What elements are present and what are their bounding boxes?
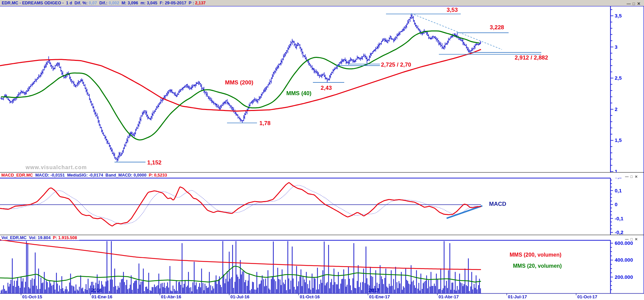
title-text-segment: EDR.MC - EDREAMS ODIGEO - 1 d Dif. %: [2,1,89,5]
price-level-label: 2,43 [321,85,332,91]
axis-tick-label: -0,2 [615,229,623,235]
ma-legend-label: MMS (200) [225,79,253,86]
price-level-label: 2,912 / 2,882 [515,54,548,61]
axis-tick-label: 2,5 [615,75,622,81]
title-text-segment: 0,07 [89,1,97,5]
axis-tick-label: 200.000 [615,274,633,280]
close-icon[interactable]: ✕ [636,1,641,6]
macd-header-segment: P: 0,5233 [148,173,167,178]
price-level-label: 3,228 [490,24,504,31]
macd-axis[interactable]: 0,20,10-0,1-0,2 [611,178,644,235]
macd-panel-controls: —□✕ [624,173,639,179]
maximize-icon[interactable]: □ [629,237,634,241]
axis-tick-label: 3 [615,44,617,50]
axis-tick-label: 1,5 [615,137,622,143]
time-axis-label: 01-Oct-15 [22,294,42,299]
time-axis-label: 01-Oct-17 [577,294,597,299]
time-axis-label: 01-Abr-16 [161,294,181,299]
volume-header-segment: Vol_EDR.MC Vol: 19.804 [1,235,52,240]
maximize-icon[interactable]: □ [631,1,636,6]
visualchart-watermark: www.visualchart.com [26,164,87,171]
time-axis-label: 01-Ene-16 [92,294,112,299]
title-text-segment: M: 3,096 m: 3,045 F: 29-05-2017 [119,1,189,5]
close-icon[interactable]: ✕ [634,175,639,179]
title-text-segment: 0,002 [108,1,119,5]
axis-tick-label: 400.000 [615,257,633,263]
axis-tick-label: 0,2 [615,178,622,179]
price-level-label: 3,53 [447,7,458,13]
axis-tick-label: -0,1 [615,216,623,221]
macd-header-segment: MACD: -0,0151 MediaSIG: -0,0174 Band_MAC… [34,173,148,178]
macd-panel-header: MACD_EDR.MC MACD: -0,0151 MediaSIG: -0,0… [1,173,169,178]
time-axis-label: 01-Oct-16 [300,294,320,299]
chart-window-title: EDR.MC - EDREAMS ODIGEO - 1 d Dif. %: 0,… [2,1,206,5]
axis-tick-label: 3,5 [615,13,622,18]
minimize-icon[interactable]: — [624,175,629,179]
price-axis[interactable]: 3,532,521,51 [611,6,644,173]
window-titlebar: EDR.MC - EDREAMS ODIGEO - 1 d Dif. %: 0,… [0,0,644,6]
price-level-label: 1,78 [259,120,270,127]
ma-legend-label: MMS (40) [286,90,312,97]
time-axis-label: 01-Abr-17 [439,294,459,299]
volume-panel-header: Vol_EDR.MC Vol: 19.804 P: 1.915.508 [1,235,79,240]
volume-axis[interactable]: 600.000400.000200.000 [611,240,644,293]
macd-indicator-label: MACD [489,201,506,208]
ma-legend-label: MMS (200, volumen) [510,252,561,258]
minimize-icon[interactable]: — [624,237,629,241]
maximize-icon[interactable]: □ [629,175,634,179]
time-axis-label: 01-Jul-16 [230,294,249,299]
axis-tick-label: 1 [615,168,617,173]
axis-tick-label: 0 [615,201,617,207]
title-text-segment: P : [189,1,195,5]
axis-tick-label: 2 [615,106,617,112]
ma-legend-label: MMS (20, volumen) [513,263,562,269]
title-text-segment: 2,137 [195,1,205,5]
visual-chart-window: EDR.MC - EDREAMS ODIGEO - 1 d Dif. %: 0,… [0,0,644,300]
macd-header-segment: MACD_EDR.MC [1,173,34,178]
minimize-icon[interactable]: — [626,1,631,6]
volume-panel-controls: —□✕ [624,236,639,242]
title-text-segment: Dif.: [97,1,109,5]
close-icon[interactable]: ✕ [634,237,639,241]
time-axis-label: 01-Ene-17 [369,294,390,299]
price-level-label: 2,725 / 2,70 [381,62,411,68]
window-controls: —□✕ [626,0,641,6]
time-axis-label: 01-Jul-17 [508,294,527,299]
axis-tick-label: 0,1 [615,188,622,193]
price-level-label: 1,152 [147,159,162,166]
volume-header-segment: P: 1.915.508 [52,235,77,240]
time-axis[interactable]: 01-Oct-1501-Ene-1601-Abr-1601-Jul-1601-O… [0,293,644,300]
